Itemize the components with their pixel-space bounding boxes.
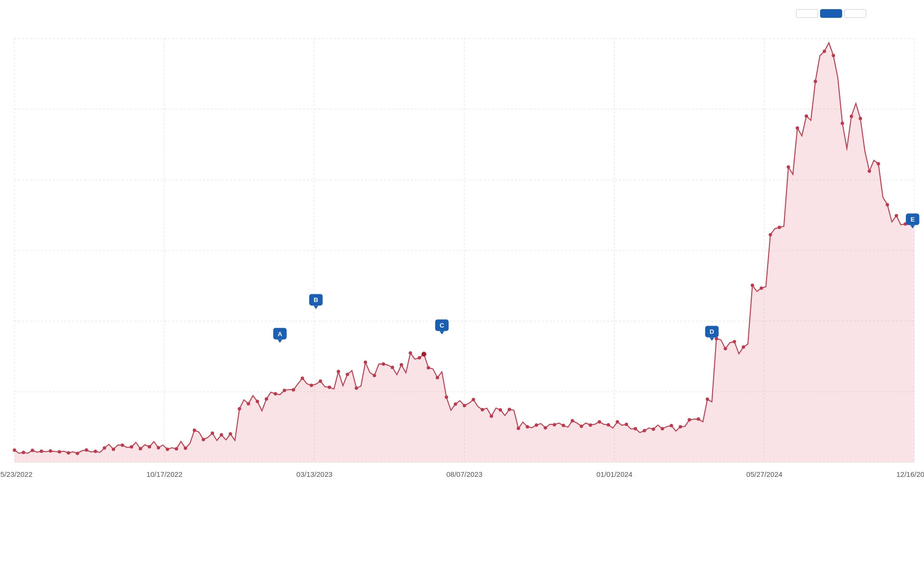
btn-5years[interactable] [820, 9, 842, 18]
btn-fullhistory[interactable] [844, 9, 866, 18]
chart-canvas [0, 0, 924, 578]
x-axis [0, 549, 924, 578]
settings-button[interactable] [887, 5, 905, 22]
help-button[interactable] [868, 5, 886, 22]
toolbar [796, 5, 905, 22]
btn-1year[interactable] [796, 9, 818, 18]
